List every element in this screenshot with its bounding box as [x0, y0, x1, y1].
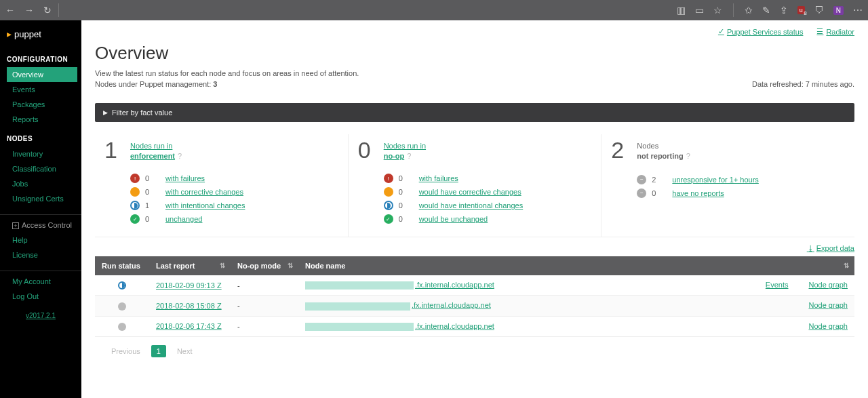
book-icon[interactable]: ▭ — [695, 5, 704, 16]
th-last-report[interactable]: Last report — [149, 256, 231, 275]
stat-item-link[interactable]: would be unchanged — [419, 215, 488, 223]
table-row: 2018-02-08 15:08 Z-.fx.internal.cloudapp… — [95, 296, 854, 316]
status-icon: ! — [384, 174, 393, 183]
cell-node-name: .fx.internal.cloudapp.netEventsNode grap… — [298, 275, 854, 296]
cell-node-name: .fx.internal.cloudapp.netNode graph — [298, 296, 854, 316]
nav-access-control[interactable]: +Access Control — [0, 218, 81, 233]
stat-label-line2[interactable]: no-op — [384, 152, 405, 160]
cell-noop: - — [231, 296, 298, 316]
th-run-status[interactable]: Run status — [95, 256, 149, 275]
main: ✓ Puppet Services status ☰ Radiator Over… — [81, 20, 868, 398]
page-meta-row: Nodes under Puppet management: 3 Data re… — [95, 80, 854, 88]
pager-prev[interactable]: Previous — [111, 347, 140, 355]
node-name-link[interactable]: .fx.internal.cloudapp.net — [412, 301, 491, 309]
nav-license[interactable]: License — [0, 247, 81, 262]
cell-noop: - — [231, 316, 298, 336]
stat-card-0: 1Nodes run inenforcement?!0with failures… — [95, 134, 348, 237]
more-icon[interactable]: ⋯ — [853, 5, 863, 16]
stat-body: Nodes run inenforcement?!0with failures0… — [130, 138, 338, 226]
nav-help[interactable]: Help — [0, 233, 81, 247]
shield-icon[interactable]: ⛉ — [814, 5, 824, 16]
stat-item-link[interactable]: would have intentional changes — [419, 201, 524, 210]
stat-item-link[interactable]: with corrective changes — [165, 188, 243, 196]
reading-view-icon[interactable]: ▥ — [677, 5, 686, 16]
stat-body: Nodes run inno-op?!0with failures0would … — [384, 138, 592, 226]
node-name-link[interactable]: .fx.internal.cloudapp.net — [415, 322, 494, 330]
download-icon: ⭳ — [807, 244, 814, 252]
favorites-icon[interactable]: ✩ — [745, 5, 753, 16]
pager-next[interactable]: Next — [177, 347, 193, 355]
stat-item-count: 1 — [145, 201, 165, 210]
stat-card-1: 0Nodes run inno-op?!0with failures0would… — [348, 134, 601, 237]
stat-item-link[interactable]: unresponsive for 1+ hours — [672, 176, 759, 184]
stat-label-line2[interactable]: enforcement — [130, 152, 175, 160]
stat-item-link[interactable]: with intentional changes — [165, 201, 245, 210]
forward-icon[interactable]: → — [24, 5, 34, 16]
stat-item: ✓0would be unchanged — [384, 212, 592, 226]
help-icon[interactable]: ? — [178, 152, 182, 160]
events-link[interactable]: Events — [766, 281, 789, 289]
stat-item-count: 0 — [399, 174, 419, 182]
stat-item-count: 0 — [399, 188, 419, 196]
chrome-divider — [733, 3, 734, 17]
export-row: ⭳ Export data — [95, 237, 854, 256]
stat-label-line1[interactable]: Nodes run in — [384, 141, 592, 151]
stat-item-link[interactable]: have no reports — [672, 189, 724, 197]
sidebar-item-jobs[interactable]: Jobs — [0, 176, 81, 191]
star-icon[interactable]: ☆ — [713, 5, 722, 16]
services-status-link[interactable]: ✓ Puppet Services status — [718, 27, 804, 36]
node-graph-link[interactable]: Node graph — [809, 301, 848, 309]
cell-run-status — [95, 275, 149, 296]
stat-item-link[interactable]: unchanged — [165, 215, 202, 223]
sidebar: ▸ puppet CONFIGURATION OverviewEventsPac… — [0, 20, 81, 398]
stat-card-2: 2Nodesnot reporting?−2unresponsive for 1… — [601, 134, 854, 237]
ublock-icon[interactable]: u8 — [797, 6, 805, 14]
status-icon: ✓ — [130, 214, 140, 224]
filter-bar-label: Filter by fact value — [112, 108, 172, 117]
status-icon — [384, 187, 393, 197]
last-report-link[interactable]: 2018-02-08 15:08 Z — [156, 302, 222, 310]
cell-run-status — [95, 316, 149, 336]
nav-section-admin: +Access Control Help License — [0, 214, 81, 262]
stat-label-line1[interactable]: Nodes run in — [130, 141, 338, 151]
export-data-link[interactable]: ⭳ Export data — [807, 244, 854, 252]
stat-item-count: 2 — [652, 176, 672, 184]
sidebar-item-events[interactable]: Events — [0, 82, 81, 97]
chrome-divider — [58, 3, 59, 17]
th-node-name[interactable]: Node name — [298, 256, 854, 275]
stat-item-link[interactable]: with failures — [419, 174, 458, 182]
brand[interactable]: ▸ puppet — [0, 20, 81, 47]
node-graph-link[interactable]: Node graph — [809, 281, 848, 289]
help-icon[interactable]: ? — [686, 152, 690, 160]
th-noop[interactable]: No-op mode — [231, 256, 298, 275]
back-icon[interactable]: ← — [5, 5, 15, 16]
nav-my-account[interactable]: My Account — [0, 274, 81, 289]
last-report-link[interactable]: 2018-02-09 09:13 Z — [156, 281, 222, 290]
stat-item: !0with failures — [130, 172, 338, 185]
sidebar-item-unsigned-certs[interactable]: Unsigned Certs — [0, 191, 81, 206]
sidebar-item-overview[interactable]: Overview — [7, 67, 77, 82]
share-icon[interactable]: ⇪ — [780, 5, 788, 16]
node-name-link[interactable]: .fx.internal.cloudapp.net — [415, 281, 494, 289]
stat-item-link[interactable]: with failures — [165, 174, 205, 182]
node-graph-link[interactable]: Node graph — [809, 322, 848, 330]
nav-version[interactable]: v2017.2.1 — [0, 304, 81, 327]
radiator-link[interactable]: ☰ Radiator — [816, 27, 854, 36]
help-icon[interactable]: ? — [407, 152, 411, 160]
nav-log-out[interactable]: Log Out — [0, 289, 81, 304]
onenote-icon[interactable]: N — [833, 6, 844, 15]
sidebar-item-inventory[interactable]: Inventory — [0, 146, 81, 161]
stat-item-count: 0 — [145, 215, 165, 223]
stat-item-link[interactable]: would have corrective changes — [419, 188, 521, 196]
last-report-link[interactable]: 2018-02-06 17:43 Z — [156, 322, 222, 330]
sidebar-item-reports[interactable]: Reports — [0, 112, 81, 127]
refresh-icon[interactable]: ↻ — [43, 5, 52, 16]
sidebar-item-classification[interactable]: Classification — [0, 161, 81, 176]
sidebar-item-packages[interactable]: Packages — [0, 97, 81, 112]
pager-current[interactable]: 1 — [151, 345, 166, 357]
stat-items: −2unresponsive for 1+ hours−0have no rep… — [637, 173, 845, 200]
pen-icon[interactable]: ✎ — [762, 5, 770, 16]
filter-bar[interactable]: ▶ Filter by fact value — [95, 103, 854, 122]
data-refreshed: Data refreshed: 7 minutes ago. — [752, 80, 854, 88]
services-status-label: Puppet Services status — [727, 28, 804, 36]
